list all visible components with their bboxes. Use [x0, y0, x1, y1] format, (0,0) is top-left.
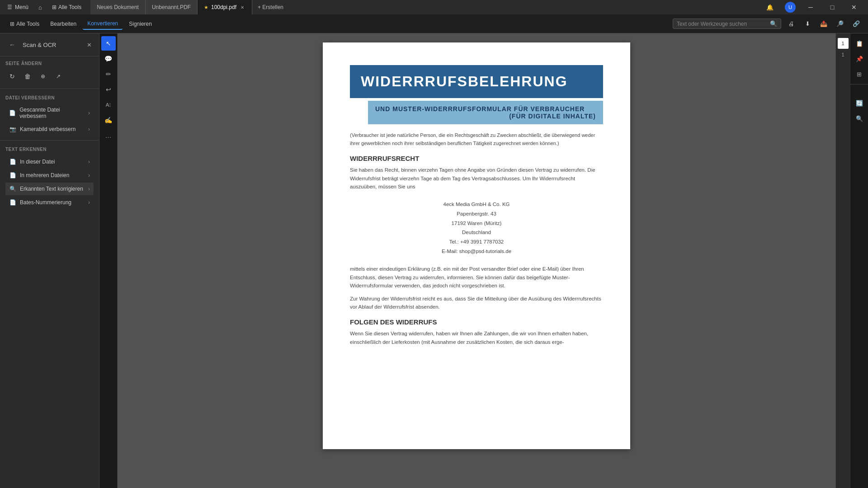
erkannten-text-item[interactable]: 🔍 Erkannten Text korrigieren › — [5, 183, 94, 195]
doc-address-block: 4eck Media GmbH & Co. KG Papenbergstr. 4… — [350, 200, 603, 256]
doc-subtitle2: (FÜR DIGITALE INHALTE) — [375, 113, 596, 120]
delete-button[interactable]: 🗑 — [21, 70, 34, 83]
kamerabild-label: Kamerabild verbessern — [20, 126, 75, 132]
bates-nummerierung-item[interactable]: 📄 Bates-Nummerierung › — [5, 196, 94, 209]
tab-label: Unbenannt.PDF — [152, 4, 191, 10]
address-line1: 4eck Media GmbH & Co. KG — [350, 200, 603, 209]
undo-tool[interactable]: ↩ — [101, 82, 116, 97]
menu-icon: ☰ — [7, 4, 12, 10]
new-tab-label: + Erstellen — [258, 4, 283, 10]
user-avatar[interactable]: U — [785, 2, 796, 13]
window-controls: 🔔 U ─ □ ✕ — [760, 0, 864, 14]
address-line4: Deutschland — [350, 228, 603, 237]
doc-subtitle-wrapper: UND MUSTER-WIDERRRUFSFORMULAR FÜR VERBRA… — [368, 101, 603, 124]
comment-icon: 💬 — [104, 55, 112, 62]
kamerabild-item[interactable]: 📷 Kamerabild verbessern › — [5, 123, 94, 136]
delete-icon: 🗑 — [24, 73, 31, 80]
more-icon: … — [105, 132, 112, 139]
maximize-icon: □ — [830, 4, 834, 11]
signieren-label: Signieren — [129, 21, 152, 27]
tab-neues-dokument[interactable]: Neues Dokument — [90, 0, 146, 14]
download-button[interactable]: ⬇ — [801, 18, 814, 30]
document-area[interactable]: WIDERRRUFSBELEHRUNG UND MUSTER-WIDERRRUF… — [118, 33, 835, 488]
toolbar-search: 🔍 🖨 ⬇ 📤 🔎 🔗 — [673, 18, 863, 30]
download-icon: ⬇ — [805, 20, 810, 27]
search-wrapper[interactable]: 🔍 — [673, 19, 781, 29]
link-button[interactable]: 🔗 — [850, 18, 863, 30]
gescannte-datei-icon: 📄 — [9, 109, 16, 117]
address-line2: Papenbergstr. 43 — [350, 209, 603, 219]
close-button[interactable]: ✕ — [844, 0, 864, 14]
right-panel-btn-1[interactable]: 📋 — [852, 36, 867, 51]
sign-icon: ✍ — [104, 117, 112, 124]
print-button[interactable]: 🖨 — [785, 18, 797, 30]
panel-back-button[interactable]: ← — [5, 38, 19, 52]
toolbar-konvertieren[interactable]: Konvertieren — [83, 18, 123, 30]
tab-unbenannt-pdf[interactable]: Unbenannt.PDF — [146, 0, 198, 14]
toolbar-alle-tools[interactable]: ⊞ Alle Tools — [5, 19, 44, 29]
gescannte-datei-label: Gescannte Datei verbessern — [19, 107, 85, 119]
right-panel-zoom-btn[interactable]: 🔍 — [852, 111, 867, 126]
erkannten-text-label: Erkannten Text korrigieren — [20, 186, 83, 192]
close-icon: ✕ — [851, 4, 857, 11]
share-icon: 📤 — [820, 20, 827, 27]
document-page: WIDERRRUFSBELEHRUNG UND MUSTER-WIDERRRUF… — [323, 42, 630, 449]
tab-label: Neues Dokument — [97, 4, 139, 10]
grid-icon: ⊞ — [52, 4, 57, 10]
comment-tool[interactable]: 💬 — [101, 52, 116, 66]
toolbar-signieren[interactable]: Signieren — [124, 19, 156, 29]
ocr-tool[interactable]: A⃝ — [101, 98, 116, 112]
right-sidebar: 📋 📌 ⊞ 🔄 🔍 — [850, 33, 868, 488]
new-tab-button[interactable]: + Erstellen — [252, 0, 289, 14]
home-button[interactable]: ⌂ — [34, 1, 47, 14]
insert-page-icon: ⊕ — [41, 73, 45, 80]
minimize-button[interactable]: ─ — [800, 0, 821, 14]
refresh-button[interactable]: ↻ — [5, 70, 19, 83]
panel-header: ← Scan & OCR ✕ — [0, 33, 99, 56]
maximize-button[interactable]: □ — [822, 0, 843, 14]
all-tools-title-button[interactable]: ⊞ Alle Tools — [48, 2, 85, 12]
seite-andern-actions: ↻ 🗑 ⊕ ↗ — [5, 70, 94, 83]
home-icon: ⌂ — [38, 4, 42, 11]
doc-subtitle: UND MUSTER-WIDERRRUFSFORMULAR FÜR VERBRA… — [375, 105, 596, 113]
sign-tool[interactable]: ✍ — [101, 113, 116, 127]
cursor-icon: ↖ — [106, 40, 111, 47]
panel-title: ← Scan & OCR — [5, 38, 56, 52]
cursor-tool[interactable]: ↖ — [101, 36, 116, 51]
gescannte-datei-item[interactable]: 📄 Gescannte Datei verbessern › — [5, 104, 94, 122]
insert-page-button[interactable]: ⊕ — [36, 70, 50, 83]
more-tools[interactable]: … — [101, 128, 116, 143]
bookmark-icon: 📌 — [856, 56, 863, 62]
seite-andern-title: SEITE ÄNDERN — [5, 61, 94, 66]
zoom-button[interactable]: 🔎 — [834, 18, 846, 30]
tab-100dpi-pdf[interactable]: ★ 100dpi.pdf ✕ — [198, 0, 252, 14]
search-input[interactable] — [677, 21, 767, 27]
pencil-icon: ✏ — [106, 70, 111, 78]
right-panel-btn-3[interactable]: ⊞ — [852, 67, 867, 81]
section1-heading: WIDERRRUFSRECHT — [350, 155, 603, 162]
pencil-tool[interactable]: ✏ — [101, 67, 116, 81]
doc-header-title: WIDERRRUFSBELEHRUNG — [361, 73, 592, 90]
tab-bar: Neues Dokument Unbenannt.PDF ★ 100dpi.pd… — [90, 0, 758, 14]
export-page-button[interactable]: ↗ — [52, 70, 65, 83]
icon-toolbar: ↖ 💬 ✏ ↩ A⃝ ✍ … — [99, 33, 118, 488]
right-panel-rotate-btn[interactable]: 🔄 — [852, 96, 867, 110]
tab-close-icon[interactable]: ✕ — [239, 4, 245, 10]
left-panel: ← Scan & OCR ✕ SEITE ÄNDERN ↻ 🗑 ⊕ — [0, 33, 99, 488]
doc-intro-text: (Verbraucher ist jede natürliche Person,… — [350, 131, 603, 147]
section1-text3: Zur Wahrung der Widerrufsfrist reicht es… — [350, 295, 603, 311]
divider — [850, 84, 868, 93]
right-panel-btn-2[interactable]: 📌 — [852, 52, 867, 66]
panel-close-icon: ✕ — [87, 42, 92, 48]
zoom-in-icon: 🔍 — [856, 115, 863, 122]
toolbar-bearbeiten[interactable]: Bearbeiten — [46, 19, 81, 29]
in-mehreren-dateien-item[interactable]: 📄 In mehreren Dateien › — [5, 169, 94, 182]
panel-close-button[interactable]: ✕ — [85, 40, 94, 49]
star-icon: ★ — [204, 5, 208, 10]
notification-button[interactable]: 🔔 — [760, 0, 780, 14]
menu-button[interactable]: ☰ Menü — [4, 2, 32, 12]
link-icon: 🔗 — [853, 20, 860, 27]
in-mehreren-dateien-label: In mehreren Dateien — [20, 172, 69, 178]
in-dieser-datei-item[interactable]: 📄 In dieser Datei › — [5, 155, 94, 168]
share-button[interactable]: 📤 — [817, 18, 830, 30]
